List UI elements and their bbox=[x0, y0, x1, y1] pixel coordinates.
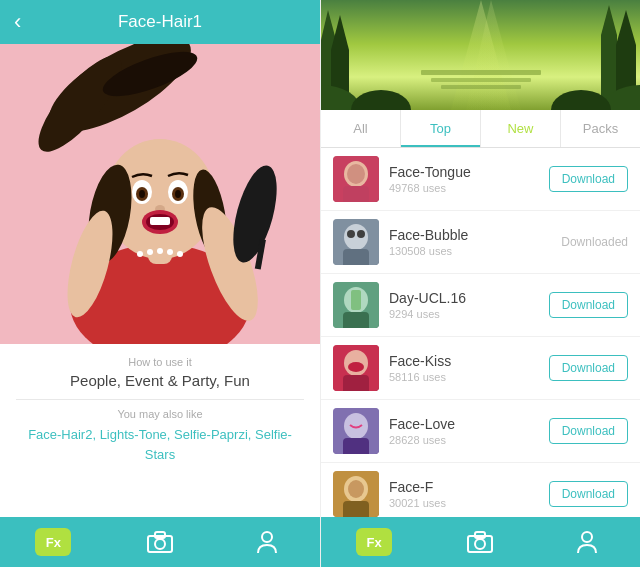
svg-point-68 bbox=[344, 413, 368, 439]
tab-new[interactable]: New bbox=[481, 110, 561, 147]
download-button[interactable]: Download bbox=[549, 418, 628, 444]
svg-rect-45 bbox=[441, 85, 521, 89]
list-item: Face-Kiss 58116 uses Download bbox=[321, 337, 640, 400]
filter-thumb bbox=[333, 471, 379, 517]
svg-point-56 bbox=[347, 230, 355, 238]
svg-point-14 bbox=[175, 190, 181, 198]
svg-rect-69 bbox=[343, 438, 369, 454]
download-button[interactable]: Download bbox=[549, 481, 628, 507]
svg-point-65 bbox=[348, 362, 364, 372]
left-camera-button[interactable] bbox=[142, 524, 178, 560]
filter-uses: 58116 uses bbox=[389, 371, 549, 383]
photo-preview bbox=[0, 44, 320, 344]
filter-name: Face-F bbox=[389, 479, 549, 495]
list-item: Face-Love 28628 uses Download bbox=[321, 400, 640, 463]
svg-point-22 bbox=[167, 249, 173, 255]
filter-uses: 28628 uses bbox=[389, 434, 549, 446]
filter-uses: 130508 uses bbox=[389, 245, 561, 257]
tab-all[interactable]: All bbox=[321, 110, 401, 147]
svg-point-13 bbox=[139, 190, 145, 198]
filter-uses: 9294 uses bbox=[389, 308, 549, 320]
filter-thumb bbox=[333, 156, 379, 202]
filter-thumb bbox=[333, 345, 379, 391]
right-fx-button[interactable]: Fx bbox=[356, 528, 392, 556]
svg-point-55 bbox=[344, 224, 368, 250]
right-hero-image bbox=[321, 0, 640, 110]
you-may-like-label: You may also like bbox=[16, 408, 304, 420]
filter-list: Face-Tongue 49768 uses Download Face-Bub… bbox=[321, 148, 640, 517]
forest-svg bbox=[321, 0, 640, 110]
filter-meta: Face-F 30021 uses bbox=[389, 479, 549, 509]
svg-rect-58 bbox=[343, 249, 369, 265]
svg-point-52 bbox=[347, 164, 365, 184]
list-item: Face-Bubble 130508 uses Downloaded bbox=[321, 211, 640, 274]
photo-svg bbox=[0, 44, 320, 344]
camera-icon bbox=[147, 531, 173, 553]
filter-uses: 49768 uses bbox=[389, 182, 549, 194]
svg-point-80 bbox=[582, 532, 592, 542]
svg-rect-61 bbox=[351, 290, 361, 310]
right-bottom-bar: Fx bbox=[321, 517, 640, 567]
right-person-button[interactable] bbox=[569, 524, 605, 560]
left-fx-button[interactable]: Fx bbox=[35, 528, 71, 556]
how-to-use-label: How to use it bbox=[16, 356, 304, 368]
filter-meta: Face-Bubble 130508 uses bbox=[389, 227, 561, 257]
download-button[interactable]: Download bbox=[549, 355, 628, 381]
filter-name: Face-Love bbox=[389, 416, 549, 432]
svg-rect-66 bbox=[343, 375, 369, 391]
svg-rect-53 bbox=[343, 186, 369, 202]
right-camera-button[interactable] bbox=[462, 524, 498, 560]
person-icon bbox=[256, 530, 278, 554]
download-button[interactable]: Download bbox=[549, 166, 628, 192]
filter-uses: 30021 uses bbox=[389, 497, 549, 509]
svg-rect-44 bbox=[431, 78, 531, 82]
filter-name: Face-Kiss bbox=[389, 353, 549, 369]
list-item: Day-UCL.16 9294 uses Download bbox=[321, 274, 640, 337]
left-image bbox=[0, 44, 320, 344]
left-panel: ‹ Face-Hair1 bbox=[0, 0, 320, 567]
svg-point-78 bbox=[475, 539, 485, 549]
left-header-title: Face-Hair1 bbox=[118, 12, 202, 32]
svg-rect-18 bbox=[150, 217, 170, 225]
tab-top[interactable]: Top bbox=[401, 110, 481, 147]
like-links[interactable]: Face-Hair2, Lights-Tone, Selfie-Paprzi, … bbox=[16, 425, 304, 464]
svg-point-20 bbox=[147, 249, 153, 255]
filter-name: Face-Tongue bbox=[389, 164, 549, 180]
svg-point-29 bbox=[155, 539, 165, 549]
right-panel: All Top New Packs Face-Tongue 49768 uses… bbox=[320, 0, 640, 567]
downloaded-label: Downloaded bbox=[561, 235, 628, 249]
svg-point-19 bbox=[137, 251, 143, 257]
camera-icon bbox=[467, 531, 493, 553]
svg-rect-73 bbox=[343, 501, 369, 517]
svg-point-23 bbox=[177, 251, 183, 257]
svg-point-57 bbox=[357, 230, 365, 238]
filter-name: Day-UCL.16 bbox=[389, 290, 549, 306]
left-bottom-bar: Fx bbox=[0, 517, 320, 567]
tab-packs[interactable]: Packs bbox=[561, 110, 640, 147]
left-header: ‹ Face-Hair1 bbox=[0, 0, 320, 44]
forest-background bbox=[321, 0, 640, 110]
filter-thumb bbox=[333, 408, 379, 454]
person-icon bbox=[576, 530, 598, 554]
left-person-button[interactable] bbox=[249, 524, 285, 560]
right-tabs: All Top New Packs bbox=[321, 110, 640, 148]
svg-point-31 bbox=[262, 532, 272, 542]
filter-meta: Day-UCL.16 9294 uses bbox=[389, 290, 549, 320]
list-item: Face-F 30021 uses Download bbox=[321, 463, 640, 517]
filter-meta: Face-Kiss 58116 uses bbox=[389, 353, 549, 383]
svg-rect-43 bbox=[421, 70, 541, 75]
categories-text: People, Event & Party, Fun bbox=[16, 372, 304, 389]
filter-meta: Face-Tongue 49768 uses bbox=[389, 164, 549, 194]
back-button[interactable]: ‹ bbox=[14, 11, 21, 33]
svg-point-72 bbox=[348, 480, 364, 498]
left-info: How to use it People, Event & Party, Fun… bbox=[0, 344, 320, 517]
list-item: Face-Tongue 49768 uses Download bbox=[321, 148, 640, 211]
svg-point-21 bbox=[157, 248, 163, 254]
divider bbox=[16, 399, 304, 400]
filter-thumb bbox=[333, 219, 379, 265]
filter-name: Face-Bubble bbox=[389, 227, 561, 243]
filter-meta: Face-Love 28628 uses bbox=[389, 416, 549, 446]
svg-rect-62 bbox=[343, 312, 369, 328]
download-button[interactable]: Download bbox=[549, 292, 628, 318]
filter-thumb bbox=[333, 282, 379, 328]
